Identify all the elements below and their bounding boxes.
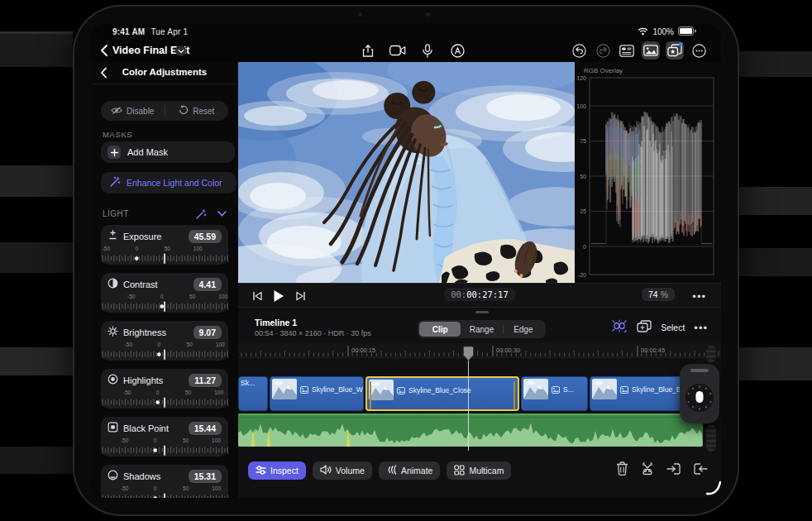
back-chevron-icon[interactable] (98, 43, 112, 58)
volume-button[interactable]: Volume (313, 461, 372, 480)
photo-icon (620, 382, 628, 397)
timeline-clip[interactable]: Skyline_Blue_Close (365, 376, 519, 411)
timeline-vertical-scrollbar[interactable] (706, 346, 716, 362)
more-icon[interactable] (690, 41, 708, 60)
inspect-button[interactable]: Inspect (248, 461, 306, 480)
play-icon[interactable] (271, 289, 286, 304)
media-icon[interactable] (642, 41, 660, 60)
slider-contrast[interactable]: Contrast4.41-50050100 (101, 273, 228, 313)
timeline-ruler[interactable]: 00:00:1500:00:3000:00:45 (238, 343, 721, 358)
slider-value[interactable]: 15.44 (189, 422, 222, 435)
slider-ruler[interactable]: -50050100 (101, 293, 228, 313)
background-window-fragment (0, 242, 73, 273)
disable-button[interactable]: Disable (101, 106, 165, 117)
status-time: 9:41 AM (112, 27, 145, 36)
undo-icon[interactable] (570, 41, 588, 60)
select-button[interactable]: Select (661, 323, 685, 332)
ipad-device-frame: 9:41 AMTue Apr 1 100% Video Final Edit (73, 5, 739, 516)
light-section-row[interactable]: LIGHT (103, 209, 227, 222)
trim-handle-left[interactable] (370, 381, 371, 409)
timeline-resize-handle[interactable] (475, 311, 489, 313)
svg-text:50: 50 (189, 294, 196, 299)
chevron-down-icon[interactable] (217, 209, 227, 218)
multicam-button[interactable]: Multicam (447, 461, 511, 480)
rgb-overlay-scope: RGB Overlay 1201007550250-20 (575, 62, 721, 283)
timeline-vertical-scrollbar[interactable] (706, 425, 716, 452)
slider-exposure[interactable]: Exposure45.59-50050100 (101, 225, 228, 265)
slider-value[interactable]: 4.41 (193, 278, 222, 291)
playhead-line[interactable] (468, 360, 469, 451)
timecode-display[interactable]: 00:00:27:17 (444, 288, 515, 301)
connect-overlay-icon[interactable] (637, 320, 652, 336)
slider-value[interactable]: 11.27 (189, 374, 222, 387)
browser-icon[interactable] (618, 41, 636, 60)
jog-dial-widget[interactable] (680, 364, 719, 423)
camera-icon[interactable] (389, 41, 407, 60)
mode-edge[interactable]: Edge (503, 322, 544, 337)
slider-highlights[interactable]: Highlights11.27-50050100 (101, 369, 228, 409)
slider-brightness[interactable]: Brightness9.07-50050100 (101, 321, 228, 361)
photo-icon (300, 382, 308, 397)
timeline-clip[interactable]: Skyline_Blue_Wide (270, 376, 364, 411)
reset-button[interactable]: Reset (165, 105, 229, 117)
mic-icon[interactable] (418, 41, 437, 60)
timeline-clip[interactable]: Sk... (238, 376, 268, 411)
annotate-icon[interactable] (448, 41, 466, 60)
animate-button[interactable]: Animate (379, 461, 441, 480)
drag-handle[interactable] (690, 369, 709, 372)
svg-text:100: 100 (212, 437, 221, 443)
scope-tick-label: 75 (580, 138, 586, 144)
viewer-more-icon[interactable]: ••• (692, 290, 706, 303)
auto-enhance-icon[interactable] (195, 208, 207, 222)
slider-ruler[interactable]: -50050100 (101, 437, 228, 456)
project-title-chevron-icon[interactable] (175, 45, 186, 56)
svg-text:0: 0 (160, 294, 164, 299)
enhance-button[interactable]: Enhance Light and Color (101, 172, 236, 194)
scope-title: RGB Overlay (584, 67, 623, 74)
tool-label: Volume (336, 466, 365, 476)
zoom-level-button[interactable]: 74% (642, 288, 675, 301)
masks-section-label: MASKS (103, 130, 132, 139)
blade-icon[interactable] (640, 461, 655, 479)
slider-ruler[interactable]: -50050100 (101, 485, 228, 498)
slider-ruler[interactable]: -50050100 (101, 341, 228, 361)
clip-label: Sk... (241, 379, 255, 387)
playhead-handle[interactable] (463, 346, 474, 365)
insert-clip-icon[interactable] (666, 462, 681, 479)
status-date: Tue Apr 1 (150, 27, 188, 36)
skip-forward-icon[interactable] (293, 289, 308, 304)
slider-value[interactable]: 45.59 (189, 230, 222, 243)
skip-back-icon[interactable] (250, 289, 265, 304)
panel-title: Color Adjustments (91, 67, 238, 77)
svg-text:100: 100 (216, 342, 225, 347)
divider (503, 325, 504, 333)
magnetic-timeline-icon[interactable] (611, 319, 628, 336)
add-mask-button[interactable]: Add Mask (101, 141, 235, 163)
slider-ruler[interactable]: -50050100 (101, 389, 228, 409)
append-clip-icon[interactable] (693, 462, 708, 479)
shadows-icon (107, 469, 118, 484)
slider-value[interactable]: 15.31 (189, 470, 222, 483)
video-preview[interactable] (238, 62, 575, 283)
contrast-icon (107, 277, 118, 292)
jog-wheel-icon[interactable] (680, 375, 719, 422)
mode-range[interactable]: Range (461, 322, 502, 337)
timeline-more-icon[interactable]: ••• (694, 322, 708, 334)
slider-black-point[interactable]: Black Point15.44-50050100 (101, 417, 228, 456)
zoom-value: 74 (648, 289, 658, 299)
svg-text:100: 100 (214, 390, 223, 395)
trim-handle-right[interactable] (513, 381, 515, 409)
slider-ruler[interactable]: -50050100 (101, 245, 228, 265)
mode-clip[interactable]: Clip (419, 322, 461, 337)
app-toolbar: Video Final Edit (91, 40, 721, 62)
timeline-edit-icons (616, 461, 708, 479)
slider-shadows[interactable]: Shadows15.31-50050100 (101, 465, 228, 498)
share-icon[interactable] (359, 41, 377, 60)
trash-icon[interactable] (616, 461, 628, 479)
slider-value[interactable]: 9.07 (193, 326, 222, 339)
timeline-clip[interactable]: S... (521, 376, 588, 411)
svg-text:100: 100 (212, 485, 221, 491)
audio-track[interactable] (238, 413, 703, 447)
effects-icon[interactable] (666, 41, 684, 60)
battery-icon (678, 26, 696, 37)
